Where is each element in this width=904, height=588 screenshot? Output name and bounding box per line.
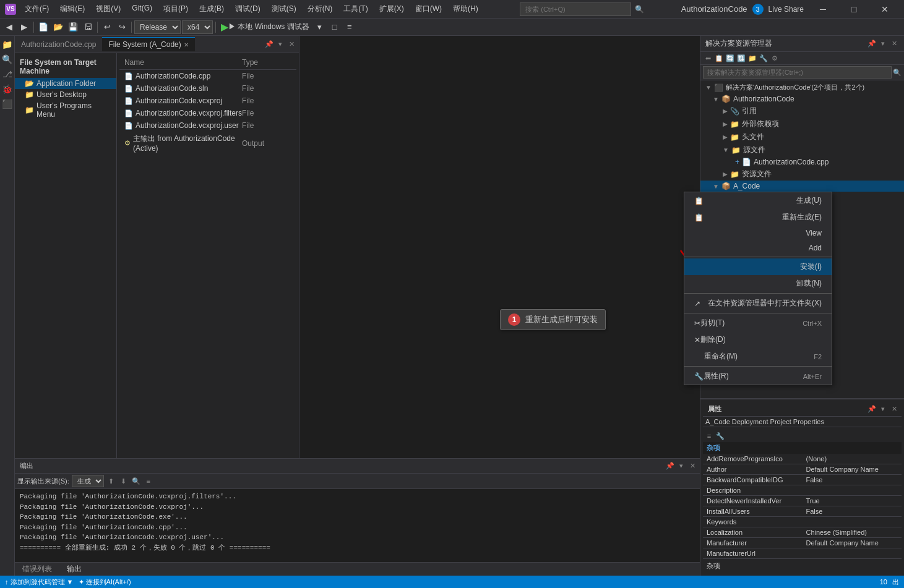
close-button[interactable]: ✕: [871, 0, 899, 19]
run-dropdown-button[interactable]: ▾: [313, 20, 327, 34]
overflow-icon[interactable]: ▾: [275, 40, 285, 49]
tab-close-icon[interactable]: ✕: [184, 41, 189, 48]
search-activity-icon[interactable]: 🔍: [1, 53, 14, 66]
sol-pin-icon[interactable]: 📌: [867, 39, 877, 49]
file-row-0[interactable]: 📄 AuthorizationCode.cpp File: [119, 70, 296, 82]
menu-project[interactable]: 项目(P): [158, 2, 193, 15]
tab-output[interactable]: 输出: [59, 562, 89, 577]
output-tb-icon-4[interactable]: ≡: [144, 476, 153, 486]
sol-toolbar-icon-3[interactable]: 🔄: [725, 53, 735, 63]
project-authcode-resources[interactable]: ▶ 📁 资源文件: [700, 168, 904, 181]
save-all-button[interactable]: 🖫: [81, 20, 95, 34]
file-row-1[interactable]: 📄 AuthorizationCode.sln File: [119, 82, 296, 95]
ctx-delete[interactable]: ✕ 删除(D): [684, 331, 832, 348]
ctx-install[interactable]: 安装(I): [684, 258, 832, 275]
file-row-4[interactable]: 📄 AuthorizationCode.vcxproj.user File: [119, 119, 296, 132]
open-file-button[interactable]: 📂: [51, 20, 65, 34]
maximize-button[interactable]: □: [840, 0, 868, 19]
file-row-3[interactable]: 📄 AuthorizationCode.vcxproj.filters File: [119, 107, 296, 119]
output-down-icon[interactable]: ▾: [676, 461, 686, 471]
props-down-icon[interactable]: ▾: [878, 404, 888, 414]
explorer-icon[interactable]: 📁: [1, 38, 14, 51]
project-authcode-sources[interactable]: ▼ 📁 源文件: [700, 143, 904, 156]
notification-badge[interactable]: 3: [752, 4, 764, 15]
tab-filesystem[interactable]: File System (A_Code) ✕: [102, 37, 194, 51]
output-tb-icon-1[interactable]: ⬆: [106, 476, 116, 486]
tree-item-programs-menu[interactable]: 📁 User's Programs Menu: [15, 100, 116, 120]
menu-window[interactable]: 窗口(W): [410, 2, 447, 15]
sol-search-input[interactable]: [703, 66, 892, 79]
ctx-build[interactable]: 📋 生成(U): [684, 192, 832, 209]
status-ai[interactable]: ✦ 连接到AI(Alt+/): [79, 577, 131, 587]
file-row-5[interactable]: ⚙ 主输出 from AuthorizationCode (Active) Ou…: [119, 132, 296, 155]
ctx-open-folder[interactable]: ↗ 在文件资源管理器中打开文件夹(X): [684, 295, 832, 312]
debug-icon[interactable]: 🐞: [1, 83, 14, 95]
search-icon[interactable]: 🔍: [893, 69, 902, 77]
back-button[interactable]: ◀: [2, 20, 16, 34]
pin-icon[interactable]: 📌: [264, 40, 274, 49]
menu-debug[interactable]: 调试(D): [230, 2, 265, 15]
menu-view[interactable]: 视图(V): [91, 2, 126, 15]
sol-close-icon[interactable]: ✕: [889, 39, 899, 49]
menu-tools[interactable]: 工具(T): [338, 2, 372, 15]
project-authcode-headers[interactable]: ▶ 📁 头文件: [700, 130, 904, 143]
git-icon[interactable]: ⎇: [1, 68, 14, 80]
menu-analyze[interactable]: 分析(N): [303, 2, 338, 15]
output-tb-icon-3[interactable]: 🔍: [131, 476, 141, 486]
project-authcode-references[interactable]: ▶ 📎 引用: [700, 104, 904, 117]
tree-item-application-folder[interactable]: 📂 Application Folder: [15, 78, 116, 89]
output-tb-icon-2[interactable]: ⬇: [119, 476, 129, 486]
forward-button[interactable]: ▶: [17, 20, 31, 34]
ctx-unload[interactable]: 卸载(N): [684, 275, 832, 292]
menu-test[interactable]: 测试(S): [267, 2, 301, 15]
ctx-properties[interactable]: 🔧 属性(R) Alt+Er: [684, 368, 832, 385]
close-panel-icon[interactable]: ✕: [286, 40, 296, 49]
solution-root[interactable]: ▼ ⬛ 解决方案'AuthorizationCode'(2个项目，共2个): [700, 82, 904, 93]
ctx-view[interactable]: View: [684, 226, 832, 241]
props-close-icon[interactable]: ✕: [889, 404, 899, 414]
project-authcode-external[interactable]: ▶ 📁 外部依赖项: [700, 117, 904, 130]
menu-file[interactable]: 文件(F): [20, 2, 54, 15]
search-icon[interactable]: 🔍: [635, 5, 644, 14]
menu-extensions[interactable]: 扩展(X): [374, 2, 409, 15]
sol-toolbar-icon-5[interactable]: 📁: [747, 53, 757, 63]
undo-button[interactable]: ↩: [100, 20, 114, 34]
save-button[interactable]: 💾: [66, 20, 80, 34]
new-file-button[interactable]: 📄: [37, 20, 50, 34]
platform-dropdown[interactable]: x64 x86: [182, 20, 213, 34]
sol-toolbar-icon-2[interactable]: 📋: [714, 53, 724, 63]
tab-error-list[interactable]: 错误列表: [15, 562, 59, 576]
output-source-select[interactable]: 生成: [72, 475, 104, 487]
live-share-button[interactable]: Live Share: [768, 5, 804, 14]
output-close-icon[interactable]: ✕: [687, 461, 697, 471]
extra-btn-2[interactable]: ≡: [343, 20, 356, 34]
config-dropdown[interactable]: Release Debug: [134, 20, 181, 34]
menu-help[interactable]: 帮助(H): [448, 2, 483, 15]
file-row-2[interactable]: 📄 AuthorizationCode.vcxproj File: [119, 95, 296, 107]
run-button[interactable]: ▶ ▶ 本地 Windows 调试器: [218, 21, 312, 33]
ctx-cut[interactable]: ✂ 剪切(T) Ctrl+X: [684, 315, 832, 331]
ctx-rename[interactable]: 重命名(M) F2: [684, 348, 832, 365]
title-search-input[interactable]: [520, 2, 631, 16]
ctx-rebuild[interactable]: 📋 重新生成(E): [684, 209, 832, 226]
menu-edit[interactable]: 编辑(E): [55, 2, 90, 15]
sol-toolbar-icon-1[interactable]: ⬅: [703, 53, 713, 63]
sol-down-icon[interactable]: ▾: [878, 39, 888, 49]
sol-toolbar-icon-6[interactable]: 🔧: [759, 53, 768, 63]
tree-item-users-desktop[interactable]: 📁 User's Desktop: [15, 89, 116, 100]
sol-toolbar-icon-4[interactable]: 🔃: [736, 53, 746, 63]
status-source-control[interactable]: ↑ 添加到源代码管理 ▼: [5, 577, 74, 587]
authcode-cpp-file[interactable]: + 📄 AuthorizationCode.cpp: [700, 156, 904, 168]
props-icon-2[interactable]: 🔧: [715, 431, 725, 441]
project-authcode[interactable]: ▼ 📦 AuthorizationCode: [700, 93, 904, 104]
sol-toolbar-icon-7[interactable]: ⚙: [770, 53, 780, 63]
tab-authcode-cpp[interactable]: AuthorizationCode.cpp: [15, 38, 102, 51]
props-icon-1[interactable]: ≡: [704, 431, 714, 441]
extensions-icon[interactable]: ⬛: [1, 98, 14, 110]
output-pin-icon[interactable]: 📌: [665, 461, 675, 471]
ctx-add[interactable]: Add: [684, 241, 832, 255]
menu-build[interactable]: 生成(B): [194, 2, 229, 15]
props-pin-icon[interactable]: 📌: [867, 404, 877, 414]
project-acode[interactable]: ▼ 📦 A_Code: [700, 181, 904, 192]
redo-button[interactable]: ↪: [115, 20, 129, 34]
